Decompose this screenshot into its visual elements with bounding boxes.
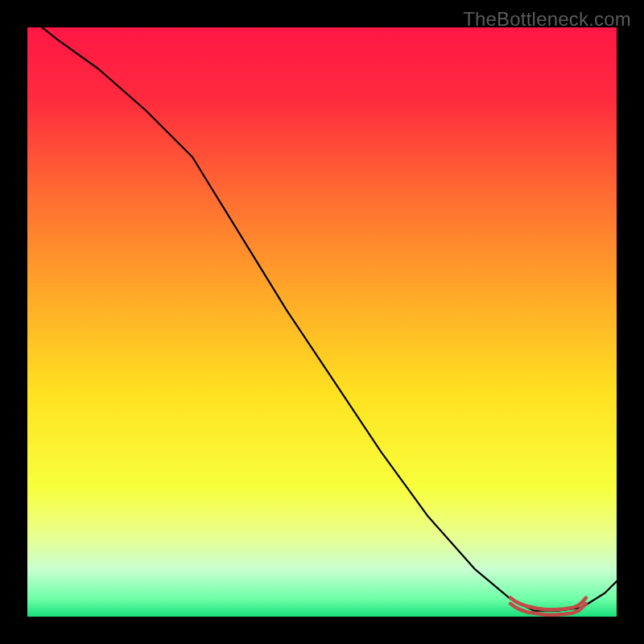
chart-area: [27, 27, 617, 617]
chart-background: [27, 27, 617, 617]
chart-svg: [27, 27, 617, 617]
